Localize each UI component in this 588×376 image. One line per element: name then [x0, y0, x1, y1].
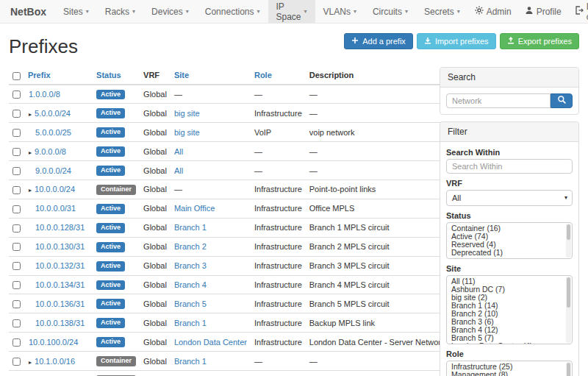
row-checkbox[interactable] [12, 167, 21, 175]
listbox-option[interactable]: Reserved (4) [451, 241, 562, 249]
scrollbar[interactable] [566, 224, 571, 258]
row-checkbox[interactable] [12, 319, 21, 327]
listbox-option[interactable]: big site (2) [451, 294, 562, 302]
listbox-option[interactable]: Branch 5 (7) [451, 334, 562, 342]
row-checkbox[interactable] [12, 186, 21, 194]
prefix-link[interactable]: 10.0.0.0/31 [35, 204, 76, 213]
row-checkbox[interactable] [12, 148, 21, 156]
prefix-link[interactable]: 10.0.0.0/24 [35, 185, 75, 194]
search-within-input[interactable] [446, 159, 573, 174]
nav-item-ip-space[interactable]: IP Space▾ [268, 0, 315, 23]
prefix-link[interactable]: 10.0.0.130/31 [35, 242, 85, 251]
navbar-brand[interactable]: NetBox [6, 0, 55, 23]
export-prefixes-button[interactable]: Export prefixes [500, 33, 579, 49]
nav-item-vlans[interactable]: VLANs▾ [315, 0, 365, 23]
site-link[interactable]: big site [174, 109, 200, 118]
prefix-link[interactable]: 5.0.0.0/25 [35, 128, 71, 137]
site-link[interactable]: Main Office [174, 204, 215, 213]
listbox-option[interactable]: Active (74) [451, 233, 562, 241]
listbox-option[interactable]: All (11) [451, 277, 562, 285]
prefix-link[interactable]: 1.0.0.0/8 [29, 90, 60, 99]
column-header-site[interactable]: Site [171, 67, 251, 85]
prefix-link[interactable]: 10.0.0.138/31 [35, 319, 85, 327]
row-checkbox-cell [9, 237, 24, 256]
column-header-status[interactable]: Status [93, 67, 140, 85]
prefix-cell: 10.0.0.136/31 [24, 294, 93, 313]
row-checkbox[interactable] [12, 338, 21, 347]
site-link[interactable]: All [174, 147, 183, 156]
nav-item-devices[interactable]: Devices▾ [143, 0, 197, 23]
site-link[interactable]: Branch 4 [174, 280, 207, 289]
vrf-cell: Global [140, 275, 171, 294]
role-listbox[interactable]: Infrastructure (25)Management (8)Private… [446, 361, 573, 376]
row-checkbox[interactable] [12, 358, 21, 366]
status-listbox[interactable]: Container (16)Active (74)Reserved (4)Dep… [446, 222, 573, 259]
nav-item-racks[interactable]: Racks▾ [97, 0, 143, 23]
site-link[interactable]: Branch 1 [174, 319, 207, 327]
site-link[interactable]: Branch 1 [174, 223, 207, 232]
expand-icon[interactable]: ▸ [29, 111, 32, 118]
row-checkbox[interactable] [12, 91, 21, 99]
nav-item-circuits[interactable]: Circuits▾ [365, 0, 416, 23]
expand-icon[interactable]: ▸ [29, 359, 32, 366]
listbox-option[interactable]: Ashburn DC (7) [451, 285, 562, 294]
prefix-link[interactable]: 9.0.0.0/24 [35, 166, 71, 175]
listbox-option[interactable]: Branch 1 (14) [451, 302, 562, 310]
prefix-link[interactable]: 9.0.0.0/8 [35, 147, 66, 156]
listbox-option[interactable]: Branch 4 (12) [451, 326, 562, 334]
prefix-cell: 1.0.0.0/8 [24, 85, 93, 104]
select-all-checkbox[interactable] [12, 72, 21, 80]
nav-item-log-out[interactable]: Log out [568, 0, 588, 23]
listbox-option[interactable]: Branch 3 (6) [451, 318, 562, 326]
listbox-option[interactable]: Management (8) [451, 371, 562, 376]
scrollbar[interactable] [566, 277, 571, 343]
listbox-option[interactable]: Container (16) [451, 224, 562, 233]
prefix-link[interactable]: 10.0.0.132/31 [35, 261, 85, 270]
role-cell: Infrastructure [251, 333, 306, 352]
site-link[interactable]: Branch 2 [174, 242, 207, 251]
site-link[interactable]: big site [174, 128, 200, 137]
search-button[interactable] [551, 93, 573, 108]
prefix-link[interactable]: 5.0.0.0/24 [35, 109, 71, 118]
row-checkbox[interactable] [12, 243, 21, 251]
site-link[interactable]: Branch 5 [174, 299, 207, 308]
import-prefixes-button[interactable]: Import prefixes [417, 33, 496, 49]
expand-icon[interactable]: ▸ [29, 149, 32, 156]
row-checkbox[interactable] [12, 281, 21, 289]
vrf-select[interactable]: All ▾ [446, 190, 573, 206]
row-checkbox[interactable] [12, 224, 21, 233]
site-link[interactable]: Branch 3 [174, 261, 207, 270]
row-checkbox[interactable] [12, 129, 21, 137]
listbox-option[interactable]: Deprecated (1) [451, 249, 562, 257]
listbox-option[interactable]: Infrastructure (25) [451, 363, 562, 371]
listbox-option[interactable]: London Data Center (4) [451, 342, 562, 344]
row-checkbox[interactable] [12, 300, 21, 308]
row-checkbox[interactable] [12, 110, 21, 118]
listbox-option[interactable]: Branch 2 (10) [451, 310, 562, 318]
search-input[interactable] [446, 93, 551, 108]
prefix-link[interactable]: 10.0.100.0/24 [29, 338, 78, 347]
nav-item-sites[interactable]: Sites▾ [55, 0, 97, 23]
prefix-link[interactable]: 10.0.0.136/31 [35, 299, 85, 308]
column-header-role[interactable]: Role [251, 67, 306, 85]
add-prefix-button[interactable]: Add a prefix [344, 33, 413, 49]
row-checkbox[interactable] [12, 262, 21, 270]
prefix-link[interactable]: 10.0.0.134/31 [35, 280, 85, 289]
nav-item-connections[interactable]: Connections▾ [197, 0, 268, 23]
prefix-link[interactable]: 10.0.0.128/31 [35, 223, 85, 232]
column-header-prefix[interactable]: Prefix [24, 67, 93, 85]
status-badge: Active [96, 318, 125, 328]
prefix-link[interactable]: 10.1.0.0/16 [35, 357, 75, 366]
site-link[interactable]: Branch 1 [174, 357, 207, 366]
nav-item-secrets[interactable]: Secrets▾ [416, 0, 468, 23]
scrollbar[interactable] [566, 362, 571, 376]
site-link[interactable]: London Data Center [174, 338, 247, 347]
nav-item-admin[interactable]: Admin [468, 0, 518, 23]
expand-icon[interactable]: ▸ [29, 187, 32, 194]
column-header-description: Description [306, 67, 449, 85]
site-listbox[interactable]: All (11)Ashburn DC (7)big site (2)Branch… [446, 275, 573, 344]
vrf-cell: Global [140, 237, 171, 256]
site-link[interactable]: All [174, 166, 183, 175]
nav-item-profile[interactable]: Profile [518, 0, 568, 23]
row-checkbox[interactable] [12, 205, 21, 213]
